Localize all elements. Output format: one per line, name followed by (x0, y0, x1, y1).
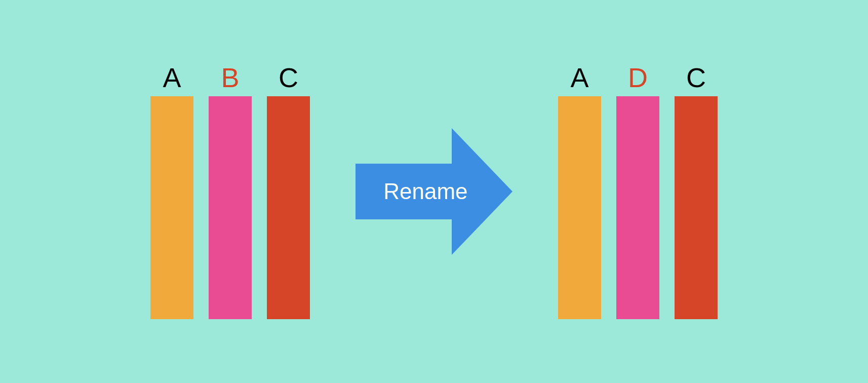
rename-arrow: Rename (356, 128, 512, 255)
column-label: C (279, 64, 298, 91)
column-label: C (686, 64, 706, 91)
column-label-highlight: B (221, 64, 239, 91)
column-before-2: C (267, 64, 310, 319)
column-label-highlight: D (628, 64, 648, 91)
arrow-label: Rename (383, 179, 467, 204)
column-bar (267, 96, 310, 319)
column-bar (150, 96, 193, 319)
column-bar (616, 96, 659, 319)
column-label: A (163, 64, 181, 91)
column-group-after: A D C (558, 64, 718, 319)
column-group-before: A B C (150, 64, 310, 319)
column-before-0: A (150, 64, 193, 319)
column-label: A (570, 64, 588, 91)
column-after-1: D (616, 64, 659, 319)
column-before-1: B (209, 64, 252, 319)
column-after-0: A (558, 64, 601, 319)
column-bar (558, 96, 601, 319)
column-bar (209, 96, 252, 319)
column-after-2: C (675, 64, 718, 319)
column-bar (675, 96, 718, 319)
